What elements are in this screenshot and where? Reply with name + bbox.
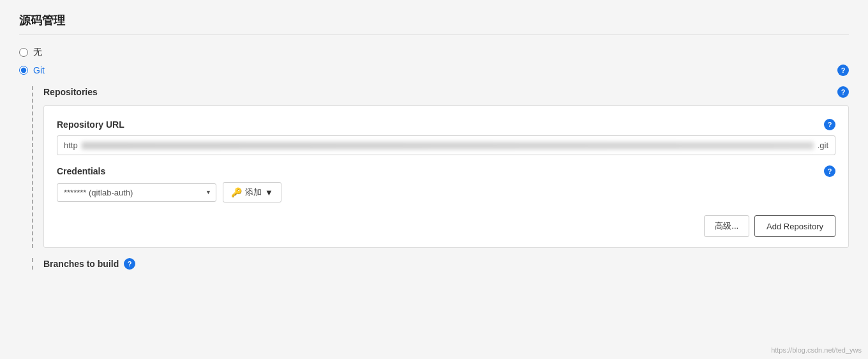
- repositories-header: Repositories ?: [43, 86, 849, 98]
- radio-row-git: Git ?: [19, 65, 849, 76]
- credentials-row: ******* (qitlab-auth) 🔑 添加 ▼: [57, 182, 835, 202]
- repositories-help-icon[interactable]: ?: [837, 86, 849, 98]
- credentials-field: Credentials ? ******* (qitlab-auth) 🔑 添加: [57, 165, 835, 202]
- branches-help-icon[interactable]: ?: [124, 258, 135, 270]
- add-repository-button[interactable]: Add Repository: [754, 215, 835, 237]
- branches-section: Branches to build ?: [32, 258, 849, 270]
- repo-url-input-display[interactable]: http .git: [57, 135, 835, 155]
- repo-url-label: Repository URL ?: [57, 119, 835, 130]
- advanced-button[interactable]: 高级...: [704, 215, 749, 237]
- watermark: https://blog.csdn.net/ted_yws: [771, 346, 862, 354]
- credentials-help-icon[interactable]: ?: [824, 165, 835, 177]
- repositories-title: Repositories: [43, 87, 98, 97]
- add-credentials-button[interactable]: 🔑 添加 ▼: [223, 182, 281, 202]
- add-dropdown-arrow: ▼: [265, 188, 273, 197]
- credentials-select[interactable]: ******* (qitlab-auth): [57, 183, 216, 202]
- url-prefix: http: [64, 141, 78, 150]
- radio-label-git: Git: [33, 65, 45, 75]
- repo-box: Repository URL ? http .git Credentials ?: [43, 105, 849, 248]
- repo-url-help-icon[interactable]: ?: [824, 119, 835, 130]
- page-container: 源码管理 无 Git ? Repositories ?: [0, 0, 868, 359]
- radio-git[interactable]: [19, 66, 28, 75]
- radio-none[interactable]: [19, 48, 28, 57]
- main-content: 源码管理 无 Git ? Repositories ?: [0, 0, 868, 359]
- url-suffix: .git: [818, 141, 828, 150]
- repositories-section: Repositories ? Repository URL ? http .gi…: [32, 86, 849, 248]
- branches-title: Branches to build ?: [43, 258, 849, 270]
- action-buttons: 高级... Add Repository: [57, 215, 835, 237]
- credentials-select-wrapper: ******* (qitlab-auth): [57, 183, 216, 202]
- radio-label-none: 无: [33, 47, 42, 58]
- key-icon: 🔑: [231, 187, 242, 197]
- git-help-icon[interactable]: ?: [837, 65, 849, 76]
- section-title: 源码管理: [19, 13, 849, 35]
- radio-row-none: 无: [19, 47, 849, 58]
- url-blurred-content: [82, 142, 814, 149]
- add-credentials-label: 添加: [245, 187, 262, 198]
- repo-url-field: Repository URL ? http .git: [57, 119, 835, 155]
- credentials-label: Credentials ?: [57, 165, 835, 177]
- radio-group: 无 Git ?: [19, 47, 849, 76]
